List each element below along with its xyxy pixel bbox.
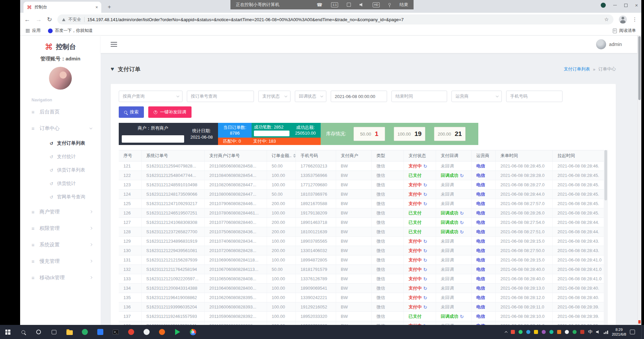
refresh-icon[interactable]: ↻ bbox=[423, 163, 427, 169]
record-indicator-icon[interactable] bbox=[601, 3, 606, 8]
sidebar-item-系统设置[interactable]: ≡系统设置 bbox=[20, 237, 101, 253]
tray-app-green-icon[interactable] bbox=[519, 330, 523, 334]
sidebar-item-订单中心[interactable]: ≡订单中心 bbox=[20, 120, 101, 137]
breadcrumb-link[interactable]: 支付订单列表 bbox=[564, 66, 590, 72]
filter-input-手机号码[interactable]: 手机号码 bbox=[506, 91, 562, 102]
merchant-select[interactable] bbox=[122, 135, 184, 143]
header-user[interactable]: admin bbox=[596, 39, 622, 49]
sidebar-item-权限管理[interactable]: ≡权限管理 bbox=[20, 220, 101, 237]
sidebar-subitem-支付统计[interactable]: ↺支付统计 bbox=[20, 150, 101, 163]
tray-app-purple-icon[interactable] bbox=[542, 330, 546, 334]
page-scrollbar[interactable] bbox=[637, 36, 641, 325]
refresh-icon[interactable]: ↻ bbox=[460, 220, 464, 225]
sidebar-item-移动ck管理[interactable]: ≡移动ck管理 bbox=[20, 270, 101, 286]
hd-quality-button[interactable]: HD bbox=[373, 2, 380, 7]
sidebar-subitem-支付订单列表[interactable]: ↺支付订单列表 bbox=[20, 137, 101, 150]
sidebar-subitem-供货订单列表[interactable]: ↺供货订单列表 bbox=[20, 163, 101, 177]
refresh-icon[interactable]: ↻ bbox=[460, 229, 464, 235]
sidebar-subitem-供货统计[interactable]: ↺供货统计 bbox=[20, 177, 101, 190]
refresh-icon[interactable]: ↻ bbox=[423, 295, 427, 300]
table-scroll-thumb[interactable] bbox=[604, 150, 607, 200]
refresh-icon[interactable]: ↻ bbox=[423, 239, 427, 244]
tray-app-orange-icon[interactable] bbox=[557, 330, 561, 334]
input-method-indicator[interactable]: 中 bbox=[588, 329, 592, 335]
refresh-icon[interactable]: ↻ bbox=[423, 304, 427, 310]
table-scrollbar[interactable] bbox=[604, 150, 608, 325]
filter-input-结束时间[interactable]: 结束时间 bbox=[391, 91, 447, 102]
forward-button[interactable]: → bbox=[36, 16, 42, 22]
sidebar-item-慢充管理[interactable]: ≡慢充管理 bbox=[20, 253, 101, 270]
task-view-icon[interactable] bbox=[46, 325, 62, 339]
bookmark-baidu[interactable]: 百度一下，你就知道 bbox=[48, 28, 93, 34]
profile-avatar-icon[interactable] bbox=[619, 15, 627, 23]
browser-menu-icon[interactable]: ⋮ bbox=[632, 16, 637, 22]
close-button[interactable]: × bbox=[635, 3, 638, 8]
app-blue-icon[interactable] bbox=[93, 325, 108, 339]
scale-1-1-button[interactable]: 1:1 bbox=[331, 2, 338, 7]
back-button[interactable]: ← bbox=[24, 16, 30, 22]
refresh-icon[interactable]: ↻ bbox=[460, 210, 464, 216]
start-button[interactable] bbox=[0, 325, 15, 339]
show-desktop-button[interactable] bbox=[641, 325, 643, 339]
new-tab-button[interactable]: + bbox=[105, 2, 114, 12]
browser-tab[interactable]: ⌘ 控制台 × bbox=[23, 2, 101, 13]
bookmark-star-icon[interactable]: ☆ bbox=[604, 16, 609, 22]
refresh-icon[interactable]: ↻ bbox=[423, 182, 427, 188]
minimize-button[interactable] bbox=[613, 5, 617, 6]
tray-app-yellow-icon[interactable] bbox=[534, 330, 538, 334]
tray-app-red2-icon[interactable] bbox=[580, 330, 584, 334]
reading-list-button[interactable]: 阅读清单 bbox=[613, 28, 636, 34]
page-scroll-thumb[interactable] bbox=[638, 36, 641, 100]
tray-app-blue-icon[interactable] bbox=[526, 330, 530, 334]
refresh-icon[interactable]: ↻ bbox=[423, 267, 427, 272]
refresh-icon[interactable]: ↻ bbox=[423, 192, 427, 197]
app-gray-icon[interactable] bbox=[139, 325, 154, 339]
tray-app-white-icon[interactable] bbox=[565, 330, 569, 334]
chrome-icon[interactable] bbox=[185, 325, 201, 339]
refresh-icon[interactable]: ↻ bbox=[423, 201, 427, 206]
speaker-icon[interactable] bbox=[360, 3, 364, 7]
refresh-icon[interactable]: ↻ bbox=[423, 257, 427, 263]
tray-app-green2-icon[interactable] bbox=[573, 330, 577, 334]
refresh-icon[interactable]: ↻ bbox=[423, 248, 427, 253]
bookmark-apps[interactable]: 应用 bbox=[25, 28, 41, 34]
fit-screen-icon[interactable] bbox=[347, 3, 351, 7]
app-orange-icon[interactable] bbox=[154, 325, 170, 339]
search-button[interactable]: 搜索 bbox=[119, 106, 144, 118]
resend-callback-button[interactable]: 一键补发回调 bbox=[148, 106, 192, 118]
cortana-icon[interactable] bbox=[31, 325, 46, 339]
volume-icon[interactable] bbox=[596, 330, 600, 334]
column-header[interactable]: 订单金额.. bbox=[267, 150, 296, 161]
maximize-button[interactable] bbox=[624, 4, 628, 7]
refresh-icon[interactable]: ↻ bbox=[460, 173, 464, 178]
filter-select-回调状态[interactable]: 回调状态 bbox=[295, 91, 326, 102]
refresh-icon[interactable]: ↻ bbox=[423, 276, 427, 282]
sidebar-subitem-官网单号查询[interactable]: ↺官网单号查询 bbox=[20, 190, 101, 204]
terminal-icon[interactable]: >_ bbox=[108, 325, 123, 339]
filter-input-按订单号查询[interactable]: 按订单号查询 bbox=[187, 91, 254, 102]
tab-close-icon[interactable]: × bbox=[95, 5, 98, 10]
filter-input-2021-06-08 00:00:00[interactable]: 2021-06-08 00:00:00 bbox=[331, 91, 387, 102]
end-session-button[interactable]: 结束 bbox=[399, 2, 408, 8]
action-center-icon[interactable] bbox=[630, 330, 635, 334]
app-red-icon[interactable] bbox=[123, 325, 139, 339]
sidebar-item-商户管理[interactable]: ≡商户管理 bbox=[20, 204, 101, 220]
address-bar[interactable]: 不安全 154.197.48.141/admin/order/listOrder… bbox=[57, 14, 613, 25]
taskbar-clock[interactable]: 8:292021/6/8 bbox=[612, 327, 626, 337]
reload-button[interactable]: ↻ bbox=[47, 16, 52, 22]
media-player-icon[interactable] bbox=[170, 325, 185, 339]
tray-app-red-icon[interactable] bbox=[511, 330, 515, 334]
tray-app-teal-icon[interactable] bbox=[549, 330, 553, 334]
file-explorer-icon[interactable] bbox=[62, 325, 77, 339]
refresh-icon[interactable]: ↻ bbox=[460, 314, 464, 319]
filter-select-支付状态[interactable]: 支付状态 bbox=[258, 91, 290, 102]
taskbar-search-icon[interactable] bbox=[15, 325, 31, 339]
sidebar-item-后台首页[interactable]: ≡后台首页 bbox=[20, 104, 101, 120]
app-green-icon[interactable] bbox=[77, 325, 93, 339]
success-select[interactable] bbox=[254, 131, 289, 136]
hamburger-menu-icon[interactable] bbox=[111, 42, 117, 47]
pin-icon[interactable] bbox=[388, 3, 391, 5]
filter-select-按商户查询[interactable]: 按商户查询 bbox=[119, 91, 182, 102]
call-icon[interactable]: ☎ bbox=[317, 2, 322, 7]
tray-expand-icon[interactable] bbox=[505, 331, 507, 334]
